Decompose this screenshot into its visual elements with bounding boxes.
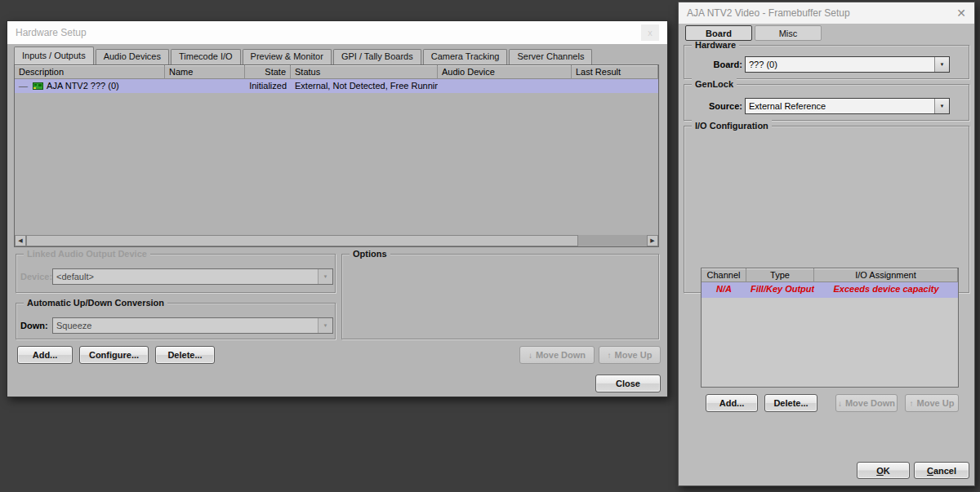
cancel-label: C [927,466,933,476]
down-conversion-value: Squeeze [53,318,318,333]
io-table-row[interactable]: N/A Fill/Key Outputs Exceeds device capa… [702,282,958,298]
move-up-label: Move Up [917,398,955,408]
genlock-source-value: External Reference [746,99,934,113]
column-header-last-result[interactable]: Last Result [572,65,658,79]
scrollbar-track[interactable] [578,235,647,246]
tab-gpi-tally-boards[interactable]: GPI / Tally Boards [333,49,421,64]
device-description: AJA NTV2 ??? (0) [47,81,119,91]
cancel-label-rest: ancel [933,466,956,476]
chevron-down-icon[interactable]: ▼ [318,318,332,333]
hardware-setup-titlebar[interactable]: Hardware Setup x [7,21,667,44]
configure-button[interactable]: Configure... [79,346,149,364]
cancel-button[interactable]: Cancel [914,462,969,479]
genlock-source-dropdown[interactable]: External Reference ▼ [745,98,950,114]
group-title: Linked Audio Output Device [24,248,150,259]
io-move-down-button[interactable]: ↓ Move Down [835,394,898,412]
tab-server-channels[interactable]: Server Channels [509,49,592,64]
group-title: Options [350,248,390,259]
move-down-icon: ↓ [838,399,842,408]
board-dropdown-value: ??? (0) [746,57,934,72]
group-title: Hardware [692,39,739,51]
cell-last-result [572,79,658,93]
move-up-button[interactable]: ↑ Move Up [599,346,661,364]
source-label: Source: [702,101,742,111]
chevron-down-icon[interactable]: ▼ [934,57,949,72]
scroll-right-icon[interactable]: ▶ [647,235,658,246]
move-up-icon: ↑ [608,351,612,360]
cell-status: External, Not Detected, Free Running [291,79,438,93]
dialog-title: Hardware Setup [16,27,87,38]
io-delete-button[interactable]: Delete... [764,394,817,412]
move-up-icon: ↑ [910,399,914,408]
column-header-status[interactable]: Status [291,65,438,79]
cell-audio-device [438,79,572,93]
board-dropdown[interactable]: ??? (0) ▼ [745,56,950,73]
tab-preview-monitor[interactable]: Preview & Monitor [243,49,332,64]
device-dropdown-value: <default> [53,269,318,284]
delete-button[interactable]: Delete... [155,346,215,364]
cell-channel: N/A [702,282,746,296]
hardware-setup-dialog: Hardware Setup x Inputs / Outputs Audio … [7,20,668,397]
device-dropdown[interactable]: <default> ▼ [52,268,333,285]
column-header-name[interactable]: Name [165,65,245,79]
options-group: Options [341,254,659,339]
tabstrip: Inputs / Outputs Audio Devices Timecode … [14,47,592,64]
cell-state: Initialized [245,79,291,93]
devices-table: Description Name State Status Audio Devi… [14,64,659,247]
cell-name [165,79,245,93]
close-button[interactable]: Close [595,375,661,392]
add-button[interactable]: Add... [17,346,73,364]
chevron-down-icon[interactable]: ▼ [934,99,949,113]
cell-io-assignment: Exceeds device capacity [814,282,958,296]
ok-label: O [876,466,884,476]
dialog-title: AJA NTV2 Video - Framebuffer Setup [687,7,850,19]
tab-board[interactable]: Board [685,25,752,41]
close-icon[interactable]: x [641,24,659,41]
column-header-description[interactable]: Description [15,65,165,79]
chevron-down-icon[interactable]: ▼ [318,269,332,284]
column-header-audio-device[interactable]: Audio Device [438,65,572,79]
cell-description: — AJA NTV2 ??? (0) [15,79,165,93]
column-header-channel[interactable]: Channel [702,268,746,282]
io-move-up-button[interactable]: ↑ Move Up [905,394,959,412]
ok-label-rest: K [884,466,890,476]
group-title: GenLock [692,78,737,90]
video-board-icon [33,82,43,90]
column-header-io-assignment[interactable]: I/O Assignment [814,268,958,282]
table-row-aja-ntv2[interactable]: — AJA NTV2 ??? (0) Initialized External,… [15,79,658,93]
framebuffer-titlebar[interactable]: AJA NTV2 Video - Framebuffer Setup ✕ [679,2,974,24]
move-down-icon: ↓ [528,351,532,360]
tab-misc[interactable]: Misc [755,25,822,41]
group-title: Automatic Up/Down Conversion [24,297,167,308]
io-add-button[interactable]: Add... [706,394,758,412]
device-label: Device: [20,272,51,281]
move-up-label: Move Up [615,350,653,360]
ok-button[interactable]: OK [857,462,910,479]
board-label: Board: [708,60,742,69]
column-header-state[interactable]: State [245,65,291,79]
column-header-type[interactable]: Type [746,268,814,282]
framebuffer-setup-dialog: AJA NTV2 Video - Framebuffer Setup ✕ Boa… [678,2,975,486]
tab-camera-tracking[interactable]: Camera Tracking [423,49,508,64]
down-label: Down: [20,321,51,330]
scrollbar-thumb[interactable] [26,235,578,246]
tab-timecode-io[interactable]: Timecode I/O [171,49,241,64]
io-configuration-group: I/O Configuration Channel Type I/O Assig… [684,126,969,293]
tab-inputs-outputs[interactable]: Inputs / Outputs [14,47,94,64]
move-down-label: Move Down [536,350,586,360]
scroll-left-icon[interactable]: ◀ [15,235,26,246]
down-conversion-dropdown[interactable]: Squeeze ▼ [52,317,333,334]
tab-audio-devices[interactable]: Audio Devices [96,49,169,64]
io-table: Channel Type I/O Assignment N/A Fill/Key… [701,268,959,388]
move-down-button[interactable]: ↓ Move Down [519,346,595,364]
cell-type: Fill/Key Outputs [746,282,814,296]
horizontal-scrollbar[interactable]: ◀ ▶ [15,235,658,246]
tabstrip: Board Misc [685,25,822,41]
move-down-label: Move Down [845,398,895,408]
group-title: I/O Configuration [692,120,772,131]
tree-collapse-icon[interactable]: — [19,81,28,91]
close-icon[interactable]: ✕ [956,7,966,19]
